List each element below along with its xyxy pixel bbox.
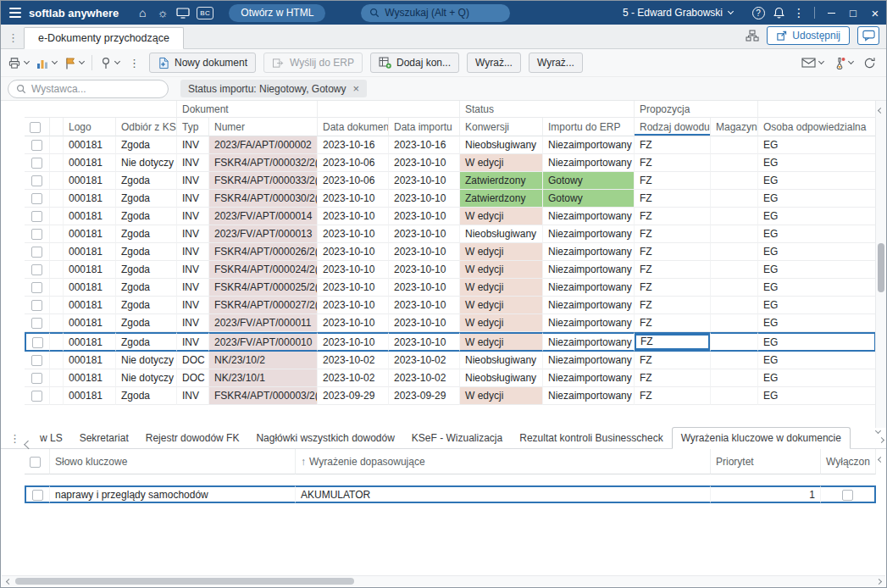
column-header-importu-do-erp[interactable]: Importu do ERP — [543, 118, 635, 136]
logo-cell[interactable]: 000181 — [64, 208, 116, 225]
monitor-icon[interactable] — [173, 3, 193, 23]
row-checkbox[interactable] — [32, 337, 43, 348]
konwersji-cell[interactable]: Nieobsługiwany — [460, 352, 543, 369]
data-dokumentu-cell[interactable]: 2023-10-06 — [318, 172, 389, 190]
cell-editor[interactable]: FZ — [635, 334, 710, 350]
table-row[interactable]: 000181ZgodaINVFSKR4/APT/000003/2(2023-09… — [25, 387, 876, 405]
numer-cell[interactable]: 2023/FA/APT/000002 — [209, 136, 318, 154]
logo-cell[interactable]: 000181 — [64, 154, 116, 172]
typ-cell[interactable]: DOC — [177, 352, 209, 369]
table-row[interactable]: 000181ZgodaINVFSKR4/APT/000026/2(2023-10… — [25, 243, 876, 261]
importu-erp-cell[interactable]: Niezaimportowany — [543, 225, 635, 243]
flags-button[interactable] — [64, 57, 84, 69]
typ-cell[interactable]: INV — [177, 297, 209, 314]
data-importu-cell[interactable]: 2023-10-10 — [389, 208, 460, 225]
select-all-checkbox[interactable] — [30, 457, 41, 468]
table-row[interactable]: 000181ZgodaINV2023/FV/APT/0000112023-10-… — [25, 314, 876, 332]
numer-cell[interactable]: 2023/FV/APT/000010 — [209, 332, 318, 352]
row-select-cell[interactable] — [25, 172, 50, 190]
row-select-cell[interactable] — [25, 387, 50, 405]
data-importu-cell[interactable]: 2023-10-10 — [389, 154, 460, 172]
importu-erp-cell[interactable]: Niezaimportowany — [543, 208, 635, 225]
disabled-checkbox[interactable] — [842, 490, 853, 501]
row-checkbox[interactable] — [31, 318, 42, 329]
row-select-cell[interactable] — [25, 225, 50, 243]
logo-cell[interactable]: 000181 — [64, 279, 116, 297]
businesscheck-button[interactable] — [834, 57, 853, 69]
numer-cell[interactable]: 2023/FV/APT/000013 — [209, 225, 318, 243]
data-importu-cell[interactable]: 2023-10-10 — [389, 297, 460, 314]
data-importu-cell[interactable]: 2023-10-02 — [389, 352, 460, 369]
typ-cell[interactable]: INV — [177, 136, 209, 154]
scroll-tabs-right-icon[interactable] — [879, 437, 884, 443]
table-row[interactable]: 000181ZgodaINV2023/FA/APT/0000022023-10-… — [25, 136, 876, 154]
rodzaj-dowodu-cell[interactable]: FZ — [635, 190, 711, 208]
horizontal-scrollbar[interactable] — [2, 575, 885, 586]
rodzaj-dowodu-cell[interactable]: FZ — [635, 387, 711, 405]
importu-erp-cell[interactable]: Niezaimportowany — [543, 369, 635, 387]
row-select-cell[interactable] — [25, 352, 50, 369]
row-select-cell[interactable] — [25, 314, 50, 332]
bottom-tab[interactable]: w LS — [31, 428, 71, 448]
column-header-osoba[interactable]: Osoba odpowiedzialna — [758, 118, 876, 136]
numer-cell[interactable]: FSKR4/APT/000003/2( — [209, 387, 318, 405]
logo-cell[interactable]: 000181 — [64, 190, 116, 208]
column-header-konwersji[interactable]: Konwersji — [460, 118, 543, 136]
row-checkbox[interactable] — [31, 140, 42, 151]
column-header-data-importu[interactable]: Data importu — [389, 118, 460, 136]
importu-erp-cell[interactable]: Niezaimportowany — [543, 154, 635, 172]
odbior-cell[interactable]: Zgoda — [116, 225, 177, 243]
remove-filter-icon[interactable]: × — [353, 83, 360, 94]
rodzaj-dowodu-cell[interactable]: FZ — [635, 352, 711, 369]
disabled-cell[interactable] — [821, 485, 876, 503]
konwersji-cell[interactable]: W edycji — [460, 332, 543, 352]
column-header-logo[interactable]: Logo — [64, 118, 116, 136]
row-checkbox[interactable] — [31, 193, 42, 204]
data-dokumentu-cell[interactable]: 2023-10-10 — [318, 261, 389, 279]
importu-erp-cell[interactable]: Gotowy — [543, 190, 635, 208]
row-select-cell[interactable] — [25, 243, 50, 261]
osoba-cell[interactable]: EG — [758, 279, 876, 297]
status-filter-chip[interactable]: Status importu: Niegotowy, Gotowy × — [180, 80, 367, 97]
magazyn-cell[interactable] — [711, 154, 758, 172]
typ-cell[interactable]: INV — [177, 261, 209, 279]
row-checkbox[interactable] — [31, 355, 42, 366]
magazyn-cell[interactable] — [711, 332, 758, 352]
logo-cell[interactable]: 000181 — [64, 225, 116, 243]
app-menu-icon[interactable] — [9, 8, 21, 18]
logo-cell[interactable]: 000181 — [64, 369, 116, 387]
konwersji-cell[interactable]: W edycji — [460, 314, 543, 332]
typ-cell[interactable]: INV — [177, 387, 209, 405]
row-select-cell[interactable] — [25, 297, 50, 314]
column-header-slowo[interactable]: Słowo kluczowe — [50, 449, 296, 474]
data-importu-cell[interactable]: 2023-10-10 — [389, 279, 460, 297]
numer-cell[interactable]: NK/23/10/1 — [209, 369, 318, 387]
table-row[interactable]: 000181Nie dotyczyDOCNK/23/10/22023-10-02… — [25, 352, 876, 369]
home-icon[interactable]: ⌂ — [132, 3, 152, 23]
row-checkbox[interactable] — [31, 373, 42, 384]
importu-erp-cell[interactable]: Niezaimportowany — [543, 297, 635, 314]
odbior-cell[interactable]: Zgoda — [116, 208, 177, 225]
importu-erp-cell[interactable]: Niezaimportowany — [543, 136, 635, 154]
typ-cell[interactable]: INV — [177, 332, 209, 352]
magazyn-cell[interactable] — [711, 369, 758, 387]
hierarchy-icon[interactable] — [746, 30, 759, 42]
data-importu-cell[interactable]: 2023-09-29 — [389, 387, 460, 405]
magazyn-cell[interactable] — [711, 136, 758, 154]
row-select-cell[interactable] — [25, 208, 50, 225]
data-dokumentu-cell[interactable]: 2023-10-02 — [318, 369, 389, 387]
osoba-cell[interactable]: EG — [758, 172, 876, 190]
data-dokumentu-cell[interactable]: 2023-10-02 — [318, 352, 389, 369]
data-dokumentu-cell[interactable]: 2023-10-10 — [318, 332, 389, 352]
comments-button[interactable] — [857, 26, 879, 45]
table-row[interactable]: 000181ZgodaINVFSKR4/APT/000030/2(2023-10… — [25, 190, 876, 208]
keyword-row[interactable]: naprawy i przeglądy samochodówAKUMULATOR… — [25, 485, 876, 503]
horizontal-scrollbar-thumb[interactable] — [15, 578, 354, 585]
row-checkbox[interactable] — [32, 490, 43, 501]
typ-cell[interactable]: INV — [177, 279, 209, 297]
magazyn-cell[interactable] — [711, 297, 758, 314]
osoba-cell[interactable]: EG — [758, 387, 876, 405]
column-header-data-dokumentu[interactable]: Data dokumentu — [318, 118, 389, 136]
open-in-html-button[interactable]: Otwórz w HTML — [229, 4, 325, 22]
add-contractor-button[interactable]: Dodaj kon... — [370, 53, 459, 73]
